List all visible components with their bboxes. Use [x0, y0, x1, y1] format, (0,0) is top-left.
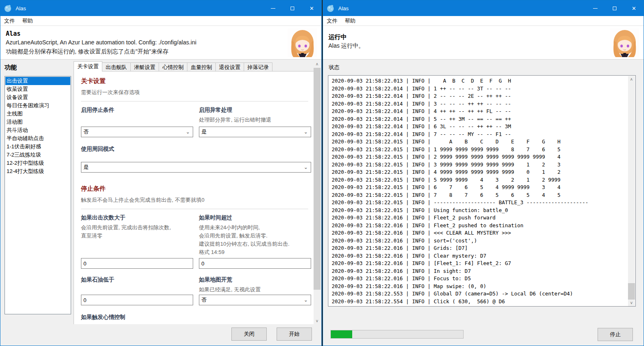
loop-mode-select[interactable]: 是 ⌄ [81, 162, 311, 173]
tab[interactable]: 关卡设置 [74, 61, 102, 72]
maximize-icon [613, 7, 616, 10]
tab[interactable]: 血量控制 [187, 62, 216, 72]
minimize-icon [593, 8, 598, 9]
tab[interactable]: 心情控制 [159, 62, 187, 72]
scroll-up-icon[interactable]: ˄ [314, 61, 321, 68]
log-scrollbar[interactable]: ˄ ˅ [628, 76, 635, 307]
maximize-button[interactable] [283, 0, 302, 16]
log-line: 2020-09-03 21:58:22.015 | INFO | 7 8 7 6… [332, 191, 635, 199]
sidebar-item[interactable]: 出击设置 [5, 77, 70, 85]
sidebar-item[interactable]: 12-2打中型练级 [5, 159, 70, 167]
avatar [288, 28, 317, 57]
log-line: 2020-09-03 21:58:22.015 | INFO | -------… [332, 199, 635, 207]
if-time-label: 如果时间超过 [199, 214, 311, 221]
log-line: 2020-09-03 21:58:22.554 | INFO | Click (… [332, 298, 635, 306]
maximize-button[interactable] [605, 0, 624, 16]
menu-item[interactable]: 帮助 [18, 16, 37, 25]
if-time-input[interactable] [199, 258, 311, 269]
settings-window: Alas ✕ 文件帮助 Alas AzurLaneAutoScript, An … [0, 0, 322, 346]
sidebar-item[interactable]: 收菜设置 [5, 85, 70, 93]
scrollbar-thumb[interactable] [628, 283, 635, 300]
close-icon: ✕ [632, 5, 636, 12]
enable-exception-select[interactable]: 是 ⌄ [199, 127, 311, 137]
scrollbar-thumb[interactable] [314, 68, 321, 290]
menu-item[interactable]: 帮助 [341, 16, 359, 25]
log-line: 2020-09-03 21:58:22.013 | INFO | A B C D… [332, 77, 635, 85]
sidebar-item[interactable]: 每日任务困难演习 [5, 101, 70, 110]
stop-button[interactable]: 停止 [598, 328, 633, 341]
close-button[interactable]: ✕ [302, 0, 321, 16]
log-line: 2020-09-03 21:58:22.014 | INFO | 2 -- --… [332, 92, 635, 100]
sidebar-item[interactable]: 1-1伏击刷好感 [5, 143, 70, 151]
close-button[interactable]: ✕ [624, 0, 644, 16]
avatar [610, 28, 639, 57]
log-line: 2020-09-03 21:58:22.015 | INFO | 4 9999 … [332, 168, 635, 176]
divider [81, 101, 308, 101]
app-header: Alas AzurLaneAutoScript, An Azur Lane au… [0, 26, 321, 60]
start-button[interactable]: 开始 [277, 328, 312, 341]
scroll-up-icon[interactable]: ˄ [628, 76, 635, 83]
log-line: 2020-09-03 21:58:22.015 | INFO | 1 9999 … [332, 146, 635, 154]
chevron-down-icon: ⌄ [304, 295, 308, 305]
close-form-button[interactable]: 关闭 [231, 328, 267, 341]
settings-body: 功能 出击设置收菜设置设备设置每日任务困难演习主线图活动图共斗活动半自动辅助点击… [0, 60, 321, 346]
close-icon: ✕ [309, 5, 314, 12]
titlebar[interactable]: Alas ✕ [0, 0, 321, 16]
log-line: 2020-09-03 21:58:22.015 | INFO | 5 9999 … [332, 176, 635, 184]
sidebar-item[interactable]: 主线图 [5, 110, 70, 118]
function-list[interactable]: 出击设置收菜设置设备设置每日任务困难演习主线图活动图共斗活动半自动辅助点击1-1… [5, 76, 71, 314]
enable-stop-label: 启用停止条件 [81, 106, 193, 114]
if-oil-label: 如果石油低于 [81, 276, 193, 284]
log-line: 2020-09-03 21:58:22.016 | INFO | Focus t… [332, 275, 635, 283]
log-line: 2020-09-03 21:58:22.016 | INFO | Fleet_2… [332, 222, 635, 230]
if-map-clear-select[interactable]: 否 ⌄ [199, 295, 311, 305]
log-line: 2020-09-03 21:58:22.553 | INFO | Global … [332, 290, 635, 298]
log-output[interactable]: 2020-09-03 21:58:22.013 | INFO | A B C D… [328, 75, 636, 307]
loop-mode-label: 使用周回模式 [81, 145, 308, 153]
chevron-down-icon: ⌄ [186, 127, 190, 137]
log-line: 2020-09-03 21:58:22.014 | INFO | 7 -- --… [332, 131, 635, 138]
tab[interactable]: 退役设置 [216, 62, 244, 72]
if-oil-input[interactable] [81, 295, 193, 305]
section-title-stop: 停止条件 [81, 185, 308, 193]
menu-item[interactable]: 文件 [323, 16, 341, 25]
titlebar[interactable]: Alas ✕ [323, 0, 644, 16]
if-time-desc: 使用未来24小时内的时间, 会沿用先前设置, 触发后清零. 建议提前10分钟左右… [199, 224, 311, 258]
form-scrollbar[interactable]: ˄ ˅ [314, 61, 321, 325]
sidebar-title: 功能 [5, 64, 17, 72]
sidebar-item[interactable]: 半自动辅助点击 [5, 134, 70, 143]
tab[interactable]: 掉落记录 [244, 62, 272, 72]
app-title: Alas [6, 30, 21, 37]
log-line: 2020-09-03 21:58:22.016 | INFO | Fleet_2… [332, 214, 635, 222]
scroll-down-icon[interactable]: ˅ [314, 318, 321, 325]
enable-stop-select[interactable]: 否 ⌄ [81, 127, 193, 137]
sidebar-item[interactable]: 设备设置 [5, 93, 70, 101]
section-desc-stop: 触发后不会马上停止会先完成当前出击, 不需要就填0 [81, 196, 308, 204]
if-map-clear-desc: 如果已经满足, 无视此设置 [199, 286, 311, 295]
minimize-button[interactable] [263, 0, 283, 16]
scroll-down-icon[interactable]: ˅ [628, 300, 635, 307]
run-status-subtitle: Alas 运行中。 [328, 42, 364, 50]
tab[interactable]: 潜艇设置 [131, 62, 159, 72]
sidebar-item[interactable]: 12-4打大型练级 [5, 167, 70, 175]
progress-bar [330, 330, 464, 339]
sidebar-item[interactable]: 7-2三战拣垃圾 [5, 151, 70, 159]
sidebar-item[interactable]: 活动图 [5, 118, 70, 126]
app-hint: 功能都是分别保存和运行的, 修改设置后别忘了点击"开始"来保存 [6, 48, 169, 55]
runner-window: Alas ✕ 文件帮助 运行中 Alas 运行中。 状态 [323, 0, 644, 346]
divider [81, 209, 308, 209]
minimize-button[interactable] [586, 0, 605, 16]
menubar: 文件帮助 [323, 16, 644, 26]
button-row: 关闭 开始 [0, 324, 321, 346]
menu-item[interactable]: 文件 [0, 16, 18, 25]
tab[interactable]: 出击舰队 [102, 62, 131, 72]
status-label: 状态 [329, 64, 339, 71]
log-line: 2020-09-03 21:58:22.014 | INFO | 3 -- --… [332, 100, 635, 108]
log-line: 2020-09-03 21:58:22.016 | INFO | Grids: … [332, 245, 635, 252]
if-count-desc: 会沿用先前设置, 完成出击将扣除次数, 直至清零 [81, 224, 193, 258]
chevron-down-icon: ⌄ [304, 162, 308, 172]
log-line: 2020-09-03 21:58:22.015 | INFO | A B C D… [332, 138, 635, 146]
sidebar-item[interactable]: 共斗活动 [5, 126, 70, 134]
log-line: 2020-09-03 21:58:22.014 | INFO | 5 -- ++… [332, 115, 635, 123]
if-count-input[interactable] [81, 258, 193, 269]
